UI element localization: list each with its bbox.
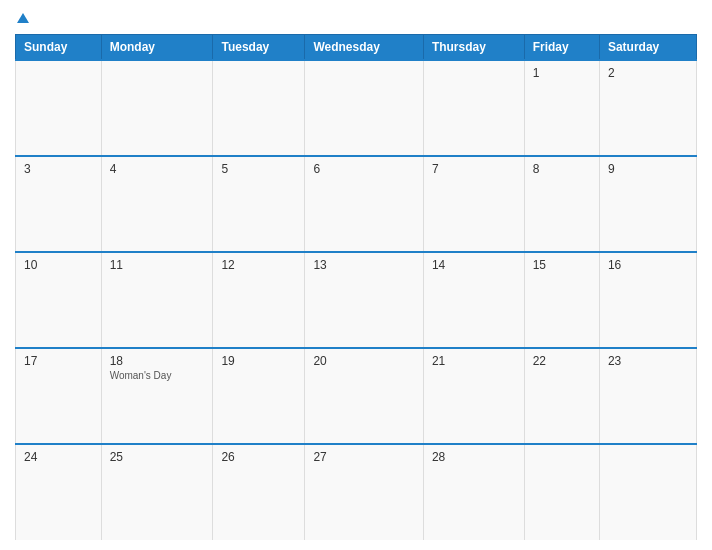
day-number: 24	[24, 450, 93, 464]
cell-w0-d5: 1	[524, 60, 599, 156]
week-row-0: 12	[16, 60, 697, 156]
day-number: 5	[221, 162, 296, 176]
cell-w4-d2: 26	[213, 444, 305, 540]
calendar-page: SundayMondayTuesdayWednesdayThursdayFrid…	[0, 0, 712, 550]
cell-w3-d5: 22	[524, 348, 599, 444]
week-row-4: 2425262728	[16, 444, 697, 540]
weekday-wednesday: Wednesday	[305, 35, 423, 61]
day-number: 12	[221, 258, 296, 272]
day-number: 2	[608, 66, 688, 80]
cell-w2-d6: 16	[599, 252, 696, 348]
day-number: 4	[110, 162, 205, 176]
day-number: 20	[313, 354, 414, 368]
day-number: 16	[608, 258, 688, 272]
cell-w3-d2: 19	[213, 348, 305, 444]
cell-w3-d0: 17	[16, 348, 102, 444]
weekday-thursday: Thursday	[423, 35, 524, 61]
cell-w0-d4	[423, 60, 524, 156]
day-number: 8	[533, 162, 591, 176]
weekday-header-row: SundayMondayTuesdayWednesdayThursdayFrid…	[16, 35, 697, 61]
holiday-label: Woman's Day	[110, 370, 205, 381]
day-number: 28	[432, 450, 516, 464]
day-number: 17	[24, 354, 93, 368]
weekday-monday: Monday	[101, 35, 213, 61]
day-number: 13	[313, 258, 414, 272]
cell-w2-d0: 10	[16, 252, 102, 348]
weekday-sunday: Sunday	[16, 35, 102, 61]
cell-w0-d0	[16, 60, 102, 156]
cell-w1-d0: 3	[16, 156, 102, 252]
day-number: 22	[533, 354, 591, 368]
day-number: 25	[110, 450, 205, 464]
cell-w2-d5: 15	[524, 252, 599, 348]
day-number: 11	[110, 258, 205, 272]
calendar-table: SundayMondayTuesdayWednesdayThursdayFrid…	[15, 34, 697, 540]
day-number: 26	[221, 450, 296, 464]
cell-w0-d1	[101, 60, 213, 156]
cell-w4-d0: 24	[16, 444, 102, 540]
cell-w3-d3: 20	[305, 348, 423, 444]
day-number: 3	[24, 162, 93, 176]
day-number: 27	[313, 450, 414, 464]
week-row-1: 3456789	[16, 156, 697, 252]
week-row-3: 1718Woman's Day1920212223	[16, 348, 697, 444]
header	[15, 10, 697, 26]
day-number: 18	[110, 354, 205, 368]
day-number: 15	[533, 258, 591, 272]
cell-w3-d4: 21	[423, 348, 524, 444]
logo-top	[15, 10, 29, 26]
cell-w2-d1: 11	[101, 252, 213, 348]
day-number: 1	[533, 66, 591, 80]
day-number: 19	[221, 354, 296, 368]
cell-w4-d3: 27	[305, 444, 423, 540]
cell-w4-d1: 25	[101, 444, 213, 540]
day-number: 6	[313, 162, 414, 176]
day-number: 10	[24, 258, 93, 272]
logo-triangle-icon	[17, 13, 29, 23]
day-number: 23	[608, 354, 688, 368]
cell-w1-d1: 4	[101, 156, 213, 252]
cell-w4-d5	[524, 444, 599, 540]
cell-w4-d6	[599, 444, 696, 540]
weekday-saturday: Saturday	[599, 35, 696, 61]
cell-w0-d6: 2	[599, 60, 696, 156]
cell-w3-d6: 23	[599, 348, 696, 444]
day-number: 9	[608, 162, 688, 176]
logo	[15, 10, 29, 26]
cell-w1-d2: 5	[213, 156, 305, 252]
cell-w1-d6: 9	[599, 156, 696, 252]
cell-w1-d3: 6	[305, 156, 423, 252]
cell-w3-d1: 18Woman's Day	[101, 348, 213, 444]
cell-w0-d2	[213, 60, 305, 156]
week-row-2: 10111213141516	[16, 252, 697, 348]
cell-w4-d4: 28	[423, 444, 524, 540]
day-number: 14	[432, 258, 516, 272]
cell-w2-d2: 12	[213, 252, 305, 348]
cell-w1-d4: 7	[423, 156, 524, 252]
cell-w2-d3: 13	[305, 252, 423, 348]
day-number: 21	[432, 354, 516, 368]
weekday-friday: Friday	[524, 35, 599, 61]
weekday-tuesday: Tuesday	[213, 35, 305, 61]
cell-w1-d5: 8	[524, 156, 599, 252]
cell-w2-d4: 14	[423, 252, 524, 348]
cell-w0-d3	[305, 60, 423, 156]
day-number: 7	[432, 162, 516, 176]
